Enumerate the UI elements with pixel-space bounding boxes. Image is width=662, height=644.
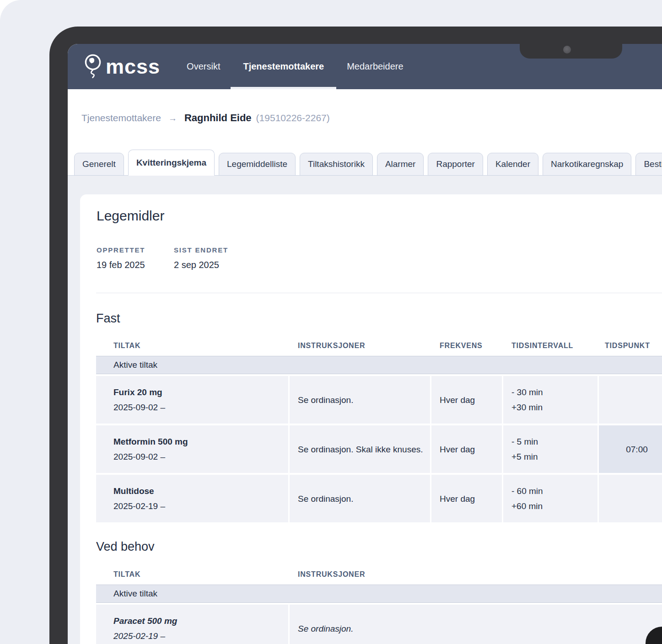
column-header-tiltak: TILTAK [96, 342, 288, 356]
fast-table: TILTAK INSTRUKSJONER FREKVENS TIDSINTERV… [96, 342, 662, 522]
table-row-multidose[interactable]: Multidose 2025-02-19 – Se ordinasjon. Hv… [96, 475, 662, 522]
group-row-aktive-tiltak: Aktive tiltak [96, 585, 662, 603]
last-modified-label: SIST ENDRET [174, 246, 228, 254]
created-label: OPPRETTET [97, 246, 174, 254]
interval-plus: +30 min [511, 400, 592, 415]
fast-table-header: TILTAK INSTRUKSJONER FREKVENS TIDSINTERV… [96, 342, 662, 356]
instructions-cell: Se ordinasjon. [290, 376, 430, 424]
frequency-cell: Hver dag [431, 376, 502, 424]
column-header-instruksjoner: INSTRUKSJONER [290, 342, 430, 356]
frequency-cell: Hver dag [431, 425, 502, 473]
camera-notch [520, 44, 622, 59]
section-title-ved-behov: Ved behov [96, 540, 155, 554]
instructions-cell: Se ordinasjon. Skal ikke knuses. [290, 425, 430, 473]
tab-narkotikaregnskap[interactable]: Narkotikaregnskap [543, 153, 631, 176]
tab-kalender[interactable]: Kalender [487, 153, 538, 176]
section-title-fast: Fast [96, 311, 120, 326]
frequency-cell: Hver dag [431, 475, 502, 522]
page-title: Legemidler [97, 208, 164, 224]
interval-cell: - 30 min +30 min [503, 376, 597, 424]
last-modified-value: 2 sep 2025 [174, 260, 228, 270]
breadcrumb-arrow-icon: → [168, 113, 177, 123]
tab-bestillinger[interactable]: Bestillinger [635, 153, 662, 176]
main-nav: Oversikt Tjenestemottakere Medarbeidere [187, 44, 404, 89]
column-header-instruksjoner: INSTRUKSJONER [290, 570, 662, 585]
meta-dates: OPPRETTET 19 feb 2025 SIST ENDRET 2 sep … [97, 246, 228, 270]
time-cell [599, 376, 662, 424]
drug-name: Furix 20 mg [113, 385, 283, 400]
drug-period: 2025-09-02 – [113, 400, 283, 415]
interval-minus: - 60 min [511, 483, 592, 499]
legemidler-card: Legemidler OPPRETTET 19 feb 2025 SIST EN… [80, 194, 662, 644]
time-cell[interactable]: 07:00 [599, 425, 662, 473]
ved-behov-table-header: TILTAK INSTRUKSJONER [96, 570, 662, 585]
interval-cell: - 60 min +60 min [503, 475, 597, 522]
interval-minus: - 5 min [511, 434, 592, 449]
mcss-logo: mcss [82, 53, 160, 81]
nav-item-oversikt[interactable]: Oversikt [187, 44, 220, 89]
interval-plus: +60 min [511, 499, 592, 514]
tab-alarmer[interactable]: Alarmer [377, 153, 424, 176]
drug-period: 2025-02-19 – [113, 628, 283, 644]
ved-behov-table: TILTAK INSTRUKSJONER Aktive tiltak Parac… [96, 570, 662, 644]
interval-plus: +5 min [511, 449, 592, 464]
instructions-cell: Se ordinasjon. [290, 475, 430, 522]
logo-text: mcss [106, 56, 160, 77]
interval-cell: - 5 min +5 min [503, 425, 597, 473]
group-row-aktive-tiltak: Aktive tiltak [96, 356, 662, 374]
tab-generelt[interactable]: Generelt [74, 153, 124, 176]
breadcrumb-parent-link[interactable]: Tjenestemottakere [81, 113, 161, 123]
tab-bar: Generelt Kvitteringskjema Legemiddellist… [74, 150, 662, 176]
content-area: Legemidler OPPRETTET 19 feb 2025 SIST EN… [68, 176, 662, 644]
nav-item-medarbeidere[interactable]: Medarbeidere [347, 44, 403, 89]
drug-name: Paracet 500 mg [113, 613, 283, 628]
drug-period: 2025-02-19 – [113, 499, 283, 514]
drug-name: Metformin 500 mg [113, 434, 283, 449]
nav-item-tjenestemottakere[interactable]: Tjenestemottakere [243, 44, 324, 89]
instructions-cell: Se ordinasjon. [290, 605, 662, 644]
table-row-paracet[interactable]: Paracet 500 mg 2025-02-19 – Se ordinasjo… [96, 605, 662, 644]
drug-name: Multidose [113, 483, 283, 499]
drug-period: 2025-09-02 – [113, 449, 283, 464]
balloon-logo-icon [82, 53, 103, 81]
column-header-frekvens: FREKVENS [431, 342, 502, 356]
tab-kvitteringskjema[interactable]: Kvitteringskjema [128, 150, 215, 176]
created-value: 19 feb 2025 [97, 260, 174, 270]
tab-tiltakshistorikk[interactable]: Tiltakshistorikk [300, 153, 373, 176]
column-header-tidspunkt: TIDSPUNKT [599, 342, 662, 356]
tab-rapporter[interactable]: Rapporter [428, 153, 483, 176]
breadcrumb: Tjenestemottakere → Ragnhild Eide (19510… [81, 112, 330, 124]
app-screen: mcss Oversikt Tjenestemottakere Medarbei… [68, 44, 662, 644]
table-row-metformin[interactable]: Metformin 500 mg 2025-09-02 – Se ordinas… [96, 425, 662, 473]
column-header-tidsintervall: TIDSINTERVALL [503, 342, 597, 356]
column-header-tiltak: TILTAK [96, 570, 288, 585]
patient-id: (19510226-2267) [256, 113, 330, 123]
tab-legemiddelliste[interactable]: Legemiddelliste [219, 153, 296, 176]
interval-minus: - 30 min [511, 385, 592, 400]
breadcrumb-current-patient: Ragnhild Eide [184, 112, 252, 124]
camera-dot [563, 46, 571, 54]
divider [96, 293, 662, 293]
table-row-furix[interactable]: Furix 20 mg 2025-09-02 – Se ordinasjon. … [96, 376, 662, 424]
time-cell [599, 475, 662, 522]
